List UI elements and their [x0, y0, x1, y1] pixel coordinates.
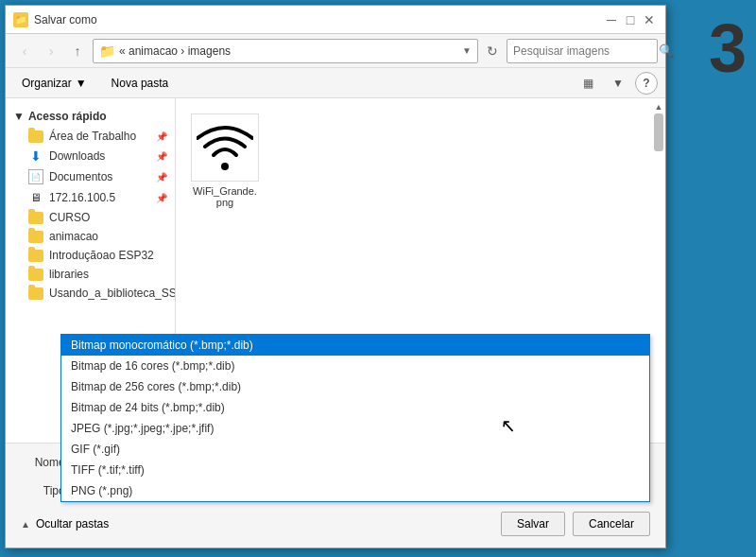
search-bar[interactable]: 🔍: [507, 39, 658, 63]
save-dialog: 📁 Salvar como ─ □ ✕ ‹ › ↑ 📁 « animacao ›…: [5, 5, 666, 548]
dropdown-item-0[interactable]: Bitmap monocromático (*.bmp;*.dib): [61, 335, 649, 356]
sidebar-item-curso[interactable]: CURSO: [6, 208, 175, 227]
address-path: « animacao › imagens: [119, 44, 458, 58]
title-bar: 📁 Salvar como ─ □ ✕: [6, 6, 665, 34]
folder-icon: [28, 250, 43, 262]
dropdown-item-2[interactable]: Bitmap de 256 cores (*.bmp;*.dib): [61, 376, 649, 397]
forward-button[interactable]: ›: [40, 40, 62, 62]
network-icon: 🖥: [28, 190, 43, 205]
quick-access-header: ▼ Acesso rápido: [6, 106, 175, 127]
address-bar[interactable]: 📁 « animacao › imagens ▼: [93, 39, 478, 63]
sidebar-item-label: Usando_a_biblioteca_SSD1306: [49, 287, 176, 300]
minimize-button[interactable]: ─: [603, 11, 620, 28]
quick-access-label: Acesso rápido: [28, 110, 107, 123]
nav-bar: ‹ › ↑ 📁 « animacao › imagens ▼ ↻ 🔍: [6, 34, 665, 68]
toolbar: Organizar ▼ Nova pasta ▦ ▼ ?: [6, 68, 665, 98]
back-button[interactable]: ‹: [13, 40, 36, 62]
folder-icon: [28, 269, 43, 281]
sidebar-item-desktop[interactable]: Área de Trabalho 📌: [6, 127, 175, 146]
dialog-icon: 📁: [13, 12, 28, 27]
hide-folders-row[interactable]: ▲ Ocultar pastas: [21, 513, 109, 534]
svg-point-0: [221, 163, 229, 170]
window-controls: ─ □ ✕: [603, 11, 658, 28]
slide-number: 3: [709, 9, 747, 87]
hide-folders-label: Ocultar pastas: [36, 517, 109, 531]
organize-chevron-icon: ▼: [76, 77, 87, 90]
address-chevron-icon: ▼: [462, 45, 472, 56]
view-button[interactable]: ▦: [575, 72, 601, 95]
file-item-wifi[interactable]: WiFi_Grande.png: [187, 110, 263, 212]
new-folder-button[interactable]: Nova pasta: [103, 72, 178, 95]
sidebar-item-documents[interactable]: 📄 Documentos 📌: [6, 166, 175, 187]
sidebar-item-label: Introduçãoao ESP32: [49, 249, 154, 262]
help-button[interactable]: ?: [635, 72, 658, 95]
quick-access-section: ▼ Acesso rápido Área de Trabalho 📌 ⬇ Dow…: [6, 106, 175, 303]
file-name: WiFi_Grande.png: [191, 185, 259, 208]
sidebar-item-label: CURSO: [49, 211, 90, 224]
dropdown-item-5[interactable]: GIF (*.gif): [61, 439, 649, 460]
folder-icon: [28, 287, 43, 300]
sidebar-item-network[interactable]: 🖥 172.16.100.5 📌: [6, 187, 175, 208]
sidebar-item-label: Área de Trabalho: [49, 130, 136, 143]
documents-icon: 📄: [28, 169, 43, 184]
hide-chevron-icon: ▲: [21, 519, 30, 530]
desktop-folder-icon: [28, 131, 43, 143]
sidebar-item-label: libraries: [49, 268, 89, 281]
quick-access-chevron-icon: ▼: [13, 110, 25, 123]
sidebar-item-downloads[interactable]: ⬇ Downloads 📌: [6, 146, 175, 166]
sidebar-item-label: Documentos: [49, 170, 112, 183]
view-arrow-button[interactable]: ▼: [605, 72, 631, 95]
folder-icon: [28, 212, 43, 224]
address-folder-icon: 📁: [99, 44, 115, 59]
up-button[interactable]: ↑: [66, 40, 89, 62]
form-area: Bitmap monocromático (*.bmp;*.dib) Bitma…: [6, 443, 665, 548]
sidebar-item-animacao[interactable]: animacao: [6, 227, 175, 246]
sidebar-item-libraries[interactable]: libraries: [6, 265, 175, 284]
dropdown-item-1[interactable]: Bitmap de 16 cores (*.bmp;*.dib): [61, 356, 649, 376]
pin-icon: 📌: [156, 193, 167, 203]
organize-label: Organizar: [22, 77, 72, 90]
cancel-button[interactable]: Cancelar: [573, 512, 650, 536]
save-button[interactable]: Salvar: [501, 512, 565, 536]
refresh-button[interactable]: ↻: [482, 41, 503, 61]
search-input[interactable]: [513, 44, 655, 58]
downloads-icon: ⬇: [28, 148, 43, 164]
pin-icon: 📌: [156, 131, 167, 142]
wifi-icon-svg: [197, 119, 253, 176]
dropdown-item-4[interactable]: JPEG (*.jpg;*.jpeg;*.jpe;*.jfif): [61, 418, 649, 439]
pin-icon: 📌: [156, 151, 167, 162]
sidebar-item-introducao[interactable]: Introduçãoao ESP32: [6, 246, 175, 265]
folder-icon: [28, 231, 43, 243]
organize-button[interactable]: Organizar ▼: [13, 72, 95, 95]
sidebar-item-usando[interactable]: Usando_a_biblioteca_SSD1306: [6, 284, 175, 303]
search-icon: 🔍: [659, 44, 674, 58]
sidebar-item-label: animacao: [49, 230, 98, 243]
new-folder-label: Nova pasta: [112, 77, 169, 90]
type-dropdown[interactable]: Bitmap monocromático (*.bmp;*.dib) Bitma…: [60, 334, 650, 502]
dialog-title: Salvar como: [34, 13, 97, 26]
dropdown-item-3[interactable]: Bitmap de 24 bits (*.bmp;*.dib): [61, 397, 649, 418]
pin-icon: 📌: [156, 172, 167, 183]
dropdown-item-6[interactable]: TIFF (*.tif;*.tiff): [61, 460, 649, 480]
dropdown-item-7[interactable]: PNG (*.png): [61, 480, 649, 501]
maximize-button[interactable]: □: [622, 11, 639, 28]
sidebar-item-label: Downloads: [49, 149, 105, 163]
sidebar-item-label: 172.16.100.5: [49, 191, 115, 204]
close-button[interactable]: ✕: [641, 11, 658, 28]
file-thumbnail: [191, 113, 259, 182]
